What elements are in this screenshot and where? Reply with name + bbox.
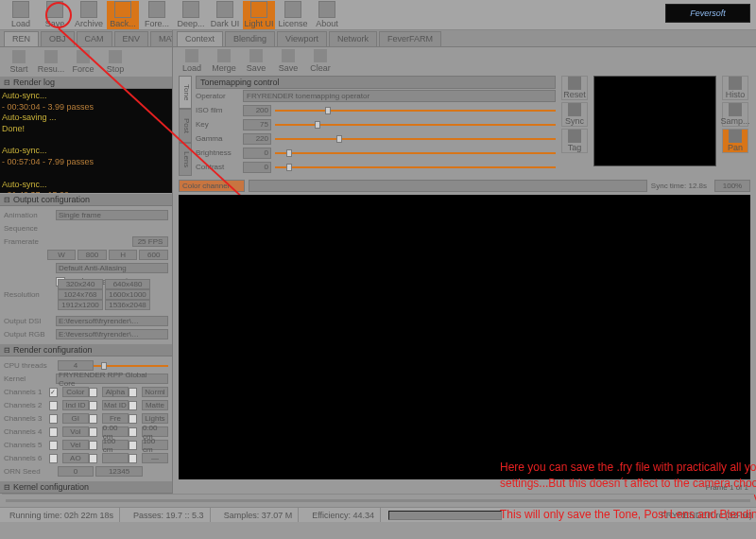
resolution-preset[interactable]: 1024x768 — [58, 289, 103, 300]
animation-select[interactable]: Single frame — [56, 210, 168, 220]
load-button[interactable]: Load — [5, 1, 37, 29]
channel-checkbox[interactable] — [129, 427, 137, 437]
tone-gamma-field[interactable]: 220 — [243, 133, 271, 145]
channel-field[interactable]: — — [142, 453, 168, 463]
channel-checkbox[interactable] — [89, 427, 97, 437]
render-config-header[interactable]: Render configuration — [0, 343, 172, 356]
tab-feverfarm[interactable]: FeverFARM — [379, 31, 441, 46]
channel-checkbox[interactable] — [89, 414, 97, 424]
channel-field[interactable] — [102, 453, 129, 463]
tone-iso film-slider[interactable] — [275, 105, 556, 116]
channel-checkbox[interactable] — [89, 454, 97, 463]
ctx-load-button[interactable]: Load — [177, 48, 207, 73]
tone-tab-tone[interactable]: Tone — [179, 76, 192, 109]
light-ui-button[interactable]: Light UI — [243, 1, 275, 29]
tone-iso film-field[interactable]: 200 — [243, 105, 271, 116]
operator-select[interactable]: FRYRENDER tonemapping operator — [243, 90, 556, 102]
channel-checkbox[interactable] — [49, 427, 58, 437]
resolution-preset[interactable]: 640x480 — [105, 279, 150, 289]
orn-seed-field[interactable]: 0 — [58, 466, 94, 477]
channel-field[interactable]: Color — [62, 387, 89, 397]
viewport[interactable]: Here you can save the .fry file with pra… — [179, 195, 750, 479]
channel-field[interactable]: Norml — [142, 387, 168, 397]
channel-checkbox[interactable] — [129, 441, 137, 450]
start-button[interactable]: Start — [4, 49, 34, 74]
cpu-threads-field[interactable]: 4 — [58, 360, 94, 371]
timeline[interactable] — [2, 494, 754, 507]
channel-checkbox[interactable] — [49, 441, 58, 450]
ctx-save2-button[interactable]: Save — [273, 48, 303, 73]
save-button[interactable]: Save — [39, 1, 71, 29]
channel-field[interactable]: Ind ID — [62, 400, 89, 410]
orn-extra-field[interactable]: 12345 — [95, 466, 143, 477]
tone-key-slider[interactable] — [275, 119, 556, 130]
zoom-field[interactable]: 100% — [714, 180, 750, 192]
histo-button[interactable]: Histo — [722, 76, 748, 100]
channel-checkbox[interactable] — [49, 454, 58, 463]
dark-ui-button[interactable]: Dark UI — [209, 1, 241, 29]
framerate-field[interactable]: 25 FPS — [132, 236, 168, 247]
channel-checkbox[interactable] — [129, 388, 137, 397]
channel-field[interactable]: AO — [62, 453, 89, 463]
tone-tab-lens[interactable]: Lens — [179, 143, 192, 176]
tone-contrast-field[interactable]: 0 — [243, 162, 271, 173]
channel-checkbox[interactable]: ✓ — [49, 388, 58, 397]
channel-field[interactable]: 100 cm — [102, 440, 129, 450]
tone-contrast-slider[interactable] — [275, 162, 556, 173]
resolution-preset[interactable]: 1912x1200 — [58, 300, 103, 310]
height-field[interactable]: 600 — [139, 250, 168, 260]
resolution-preset[interactable]: 1600x1000 — [105, 289, 150, 300]
ctx-clear-button[interactable]: Clear — [305, 48, 335, 73]
tab-cam[interactable]: CAM — [77, 31, 112, 46]
channel-field[interactable]: Alpha — [102, 387, 129, 397]
channel-field[interactable]: Lights — [142, 413, 168, 424]
color-channel-select[interactable]: Color channel — [179, 180, 245, 192]
channel-field[interactable]: GI — [62, 413, 89, 424]
output-rgb-field[interactable]: E:\feversoft\fryrender\… — [56, 329, 168, 339]
background-button[interactable]: Back... — [107, 1, 139, 29]
tone-brightness-slider[interactable] — [275, 148, 556, 159]
tone-tab-post[interactable]: Post — [179, 109, 192, 142]
tab-ren[interactable]: REN — [4, 31, 39, 46]
output-config-header[interactable]: Output configuration — [0, 193, 172, 206]
resolution-preset[interactable]: 1536x2048 — [105, 300, 150, 310]
stop-button[interactable]: Stop — [100, 49, 130, 74]
tab-blending[interactable]: Blending — [225, 31, 275, 46]
channel-checkbox[interactable] — [89, 441, 97, 450]
channel-field[interactable]: Mat ID — [102, 400, 129, 410]
channel-checkbox[interactable] — [49, 414, 58, 424]
channel-field[interactable]: 0.00 cm — [142, 426, 168, 437]
channel-field[interactable]: 0.00 cm — [102, 426, 129, 437]
tab-env[interactable]: ENV — [114, 31, 149, 46]
channel-checkbox[interactable] — [89, 388, 97, 397]
channel-checkbox[interactable] — [129, 414, 137, 424]
ctx-save-button[interactable]: Save — [241, 48, 271, 73]
channel-field[interactable]: Fre — [102, 413, 129, 424]
channel-checkbox[interactable] — [89, 401, 97, 410]
resolution-preset[interactable]: 320x240 — [58, 279, 103, 289]
archive-button[interactable]: Archive — [73, 1, 105, 29]
samples-button[interactable]: Samp... — [722, 102, 748, 127]
tab-obj[interactable]: OBJ — [41, 31, 75, 46]
color-channel-value[interactable] — [249, 180, 647, 192]
output-dsi-field[interactable]: E:\feversoft\fryrender\… — [56, 316, 168, 326]
reset-button[interactable]: Reset — [561, 76, 588, 100]
aa-select[interactable]: Default Anti-Aliasing — [56, 263, 168, 273]
channel-field[interactable]: Vol — [62, 426, 89, 437]
pan-button[interactable]: Pan — [722, 129, 748, 153]
resume-button[interactable]: Resu... — [36, 49, 66, 74]
ctx-merge-button[interactable]: Merge — [209, 48, 239, 73]
width-field[interactable]: 800 — [77, 250, 107, 260]
channel-field[interactable]: 100 cm — [142, 440, 168, 450]
license-button[interactable]: License — [277, 1, 309, 29]
tag-button[interactable]: Tag — [561, 129, 588, 153]
kernel-config-header[interactable]: Kernel configuration — [0, 480, 172, 494]
channel-checkbox[interactable] — [129, 401, 137, 410]
deep-ui-button[interactable]: Deep... — [175, 1, 207, 29]
tab-network[interactable]: Network — [329, 31, 377, 46]
preview-thumbnail[interactable] — [593, 76, 716, 166]
sync-button[interactable]: Sync — [561, 102, 588, 127]
tone-key-field[interactable]: 75 — [243, 119, 271, 130]
about-button[interactable]: About — [311, 1, 343, 29]
tab-context[interactable]: Context — [177, 31, 223, 46]
